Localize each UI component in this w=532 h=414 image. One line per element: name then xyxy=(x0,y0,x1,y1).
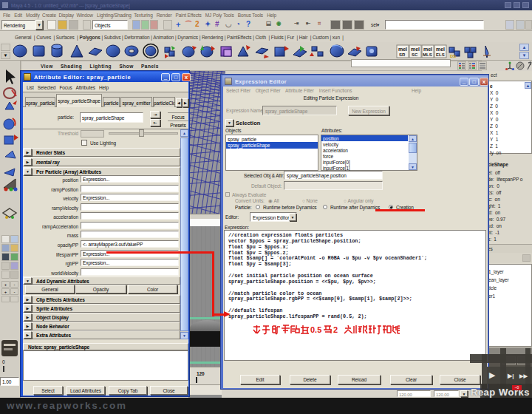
svg-text:2: 2 xyxy=(333,325,338,334)
svg-text:SC: SC xyxy=(412,52,418,57)
svg-text:0.5: 0.5 xyxy=(310,325,321,334)
svg-text:DS: DS xyxy=(450,54,456,58)
svg-text:SR: SR xyxy=(399,52,406,57)
svg-text:mel: mel xyxy=(411,47,420,52)
svg-text:mel: mel xyxy=(398,47,407,52)
svg-text:mel: mel xyxy=(423,47,432,52)
svg-text:MLS: MLS xyxy=(423,52,432,57)
svg-text:mel: mel xyxy=(436,47,445,52)
svg-text:ELS: ELS xyxy=(436,52,445,57)
